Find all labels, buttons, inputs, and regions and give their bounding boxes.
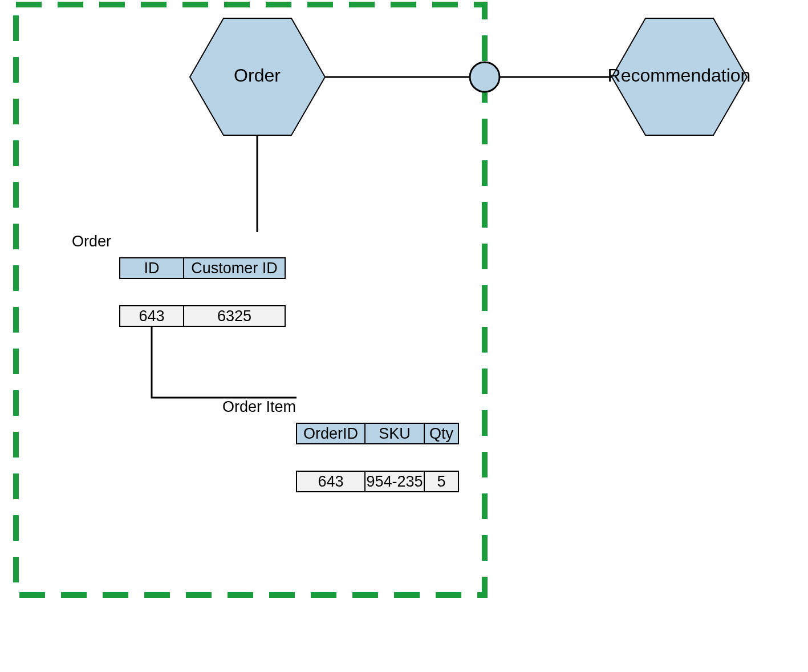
order-to-orderitem-connector [152,326,297,398]
order-item-header-qty: Qty [429,425,454,442]
recommendation-service-label: Recommendation [608,65,751,86]
order-table-cell-id: 643 [139,307,164,325]
order-table-header-id: ID [144,260,160,277]
order-item-table-title: Order Item [222,398,296,415]
order-table-title: Order [72,233,111,250]
order-item-cell-sku: 954-235 [366,473,423,490]
context-port-circle [470,62,500,92]
architecture-diagram: Order Recommendation Order ID Customer I… [0,0,808,672]
order-item-header-orderid: OrderID [303,425,358,442]
order-item-table: Order Item OrderID SKU Qty 643 954-235 5 [222,398,458,492]
order-service-hexagon: Order [190,18,325,135]
order-item-header-sku: SKU [379,425,411,442]
order-table-header-customerid: Customer ID [191,260,278,277]
order-table-cell-customerid: 6325 [217,307,251,325]
order-item-cell-qty: 5 [437,473,445,490]
order-service-label: Order [234,65,281,86]
order-item-cell-orderid: 643 [318,473,343,490]
order-table: Order ID Customer ID 643 6325 [72,233,285,326]
recommendation-service-hexagon: Recommendation [608,18,751,135]
